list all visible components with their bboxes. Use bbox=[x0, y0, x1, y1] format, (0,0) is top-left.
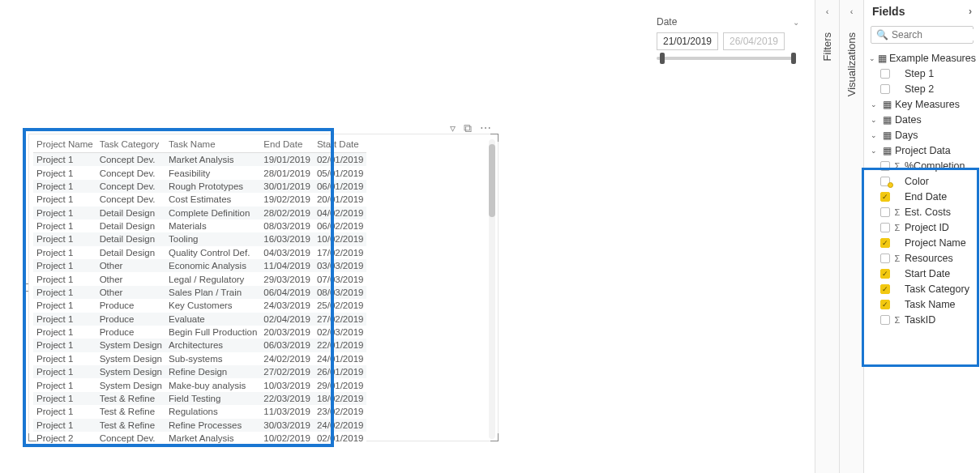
field-checkbox[interactable] bbox=[880, 84, 890, 94]
table-row[interactable]: Project 1Concept Dev.Cost Estimates19/02… bbox=[33, 193, 366, 206]
field-checkbox[interactable]: ✓ bbox=[880, 284, 890, 294]
field-checkbox[interactable]: ✓ bbox=[880, 269, 890, 279]
field--completion[interactable]: Σ%Completion bbox=[867, 158, 977, 173]
date-slider[interactable] bbox=[657, 57, 794, 60]
field-color[interactable]: Color bbox=[867, 173, 977, 189]
field-start-date[interactable]: ✓Start Date bbox=[867, 266, 977, 281]
field-table-key-measures[interactable]: ⌄▦Key Measures bbox=[867, 96, 977, 112]
table-cell: Other bbox=[96, 272, 165, 285]
field-checkbox[interactable] bbox=[880, 207, 890, 217]
chevron-right-icon[interactable]: › bbox=[969, 6, 972, 17]
field-checkbox[interactable] bbox=[880, 254, 890, 263]
field-checkbox[interactable]: ✓ bbox=[880, 238, 890, 248]
field-step-2[interactable]: Step 2 bbox=[867, 81, 977, 96]
table-cell: 06/03/2019 bbox=[260, 339, 314, 352]
field-table-days[interactable]: ⌄▦Days bbox=[867, 127, 977, 143]
table-cell: 08/03/2019 bbox=[314, 286, 367, 299]
field-label: Step 2 bbox=[905, 83, 934, 95]
table-row[interactable]: Project 1Concept Dev.Feasibility28/01/20… bbox=[33, 166, 366, 179]
data-table[interactable]: Project NameTask CategoryTask NameEnd Da… bbox=[33, 134, 366, 445]
field-checkbox[interactable] bbox=[880, 69, 890, 79]
visualizations-pane-collapsed[interactable]: ‹ Visualizations bbox=[839, 0, 863, 473]
chevron-left-icon[interactable]: ‹ bbox=[850, 6, 854, 16]
field-table-example-measures[interactable]: ⌄▦Example Measures bbox=[867, 50, 977, 66]
table-cell: 27/02/2019 bbox=[314, 313, 367, 326]
fields-search[interactable]: 🔍 bbox=[871, 26, 974, 44]
field-checkbox[interactable] bbox=[880, 315, 890, 325]
chevron-left-icon[interactable]: ‹ bbox=[826, 6, 829, 16]
date-slider-thumb-end[interactable] bbox=[791, 53, 796, 64]
table-cell: Project 1 bbox=[33, 313, 96, 326]
table-row[interactable]: Project 1Detail DesignTooling16/03/20191… bbox=[33, 232, 366, 245]
date-end-input[interactable]: 26/04/2019 bbox=[723, 32, 785, 50]
field-checkbox[interactable] bbox=[880, 223, 890, 232]
field-checkbox[interactable]: ✓ bbox=[880, 300, 890, 309]
table-row[interactable]: Project 1ProduceBegin Full Production20/… bbox=[33, 326, 366, 339]
table-row[interactable]: Project 1OtherEconomic Analysis11/04/201… bbox=[33, 259, 366, 272]
table-cell: 04/03/2019 bbox=[260, 246, 314, 259]
table-cell: Quality Control Def. bbox=[165, 246, 260, 259]
table-row[interactable]: Project 2Concept Dev.Market Analysis10/0… bbox=[33, 432, 366, 445]
table-row[interactable]: Project 1Detail DesignComplete Definitio… bbox=[33, 207, 366, 219]
table-cell: 03/03/2019 bbox=[314, 259, 367, 272]
table-cell: 02/03/2019 bbox=[314, 326, 367, 339]
date-slider-thumb-start[interactable] bbox=[660, 53, 665, 64]
table-cell: Cost Estimates bbox=[165, 193, 260, 206]
table-header-cell[interactable]: Start Date bbox=[314, 134, 367, 153]
field-project-name[interactable]: ✓Project Name bbox=[867, 235, 977, 250]
field-label: Task Name bbox=[905, 299, 956, 310]
field-table-dates[interactable]: ⌄▦Dates bbox=[867, 112, 977, 127]
fields-search-input[interactable] bbox=[892, 29, 980, 40]
field-table-project-data[interactable]: ⌄▦Project Data bbox=[867, 143, 977, 158]
table-row[interactable]: Project 1Test & RefineRegulations11/03/2… bbox=[33, 405, 366, 418]
table-header-cell[interactable]: End Date bbox=[260, 134, 314, 153]
field-label: Step 1 bbox=[905, 68, 934, 79]
table-scrollbar[interactable] bbox=[489, 139, 495, 439]
date-slicer[interactable]: Date ⌄ 21/01/2019 26/04/2019 bbox=[657, 16, 794, 60]
table-header-cell[interactable]: Project Name bbox=[33, 134, 96, 153]
table-scrollbar-thumb[interactable] bbox=[489, 144, 495, 217]
field-step-1[interactable]: Step 1 bbox=[867, 66, 977, 81]
table-row[interactable]: Project 1Concept Dev.Market Analysis19/0… bbox=[33, 153, 366, 167]
field-end-date[interactable]: ✓End Date bbox=[867, 189, 977, 204]
field-checkbox[interactable] bbox=[880, 161, 890, 171]
table-row[interactable]: Project 1OtherLegal / Regulatory29/03/20… bbox=[33, 272, 366, 285]
field-project-id[interactable]: ΣProject ID bbox=[867, 219, 977, 235]
table-cell: 02/04/2019 bbox=[260, 313, 314, 326]
table-cell: Project 1 bbox=[33, 219, 96, 232]
field-taskid[interactable]: ΣTaskID bbox=[867, 312, 977, 327]
table-row[interactable]: Project 1System DesignSub-systems24/02/2… bbox=[33, 352, 366, 365]
sigma-icon: Σ bbox=[892, 207, 902, 217]
table-row[interactable]: Project 1ProduceKey Customers24/03/20192… bbox=[33, 299, 366, 312]
table-cell: Other bbox=[96, 286, 165, 299]
table-visual[interactable]: Project NameTask CategoryTask NameEnd Da… bbox=[28, 134, 499, 441]
table-row[interactable]: Project 1Test & RefineField Testing22/03… bbox=[33, 392, 366, 405]
field-checkbox[interactable]: ✓ bbox=[880, 192, 890, 202]
table-row[interactable]: Project 1System DesignArchitectures06/03… bbox=[33, 339, 366, 352]
sigma-icon: Σ bbox=[892, 315, 902, 325]
table-cell: Materials bbox=[165, 219, 260, 232]
field-task-category[interactable]: ✓Task Category bbox=[867, 281, 977, 296]
table-row[interactable]: Project 1System DesignRefine Design27/02… bbox=[33, 365, 366, 378]
field-task-name[interactable]: ✓Task Name bbox=[867, 296, 977, 312]
field-est-costs[interactable]: ΣEst. Costs bbox=[867, 204, 977, 219]
table-header-cell[interactable]: Task Name bbox=[165, 134, 260, 153]
table-row[interactable]: Project 1Detail DesignQuality Control De… bbox=[33, 246, 366, 259]
date-slicer-label: Date bbox=[657, 16, 794, 28]
measure-table-icon: ▦ bbox=[878, 53, 887, 64]
table-row[interactable]: Project 1Detail DesignMaterials08/03/201… bbox=[33, 219, 366, 232]
table-row[interactable]: Project 1System DesignMake-buy analysis1… bbox=[33, 378, 366, 391]
table-header-cell[interactable]: Task Category bbox=[96, 134, 165, 153]
table-row[interactable]: Project 1Concept Dev.Rough Prototypes30/… bbox=[33, 180, 366, 193]
chevron-down-icon[interactable]: ⌄ bbox=[793, 18, 799, 27]
table-row[interactable]: Project 1Test & RefineRefine Processes30… bbox=[33, 419, 366, 432]
date-start-input[interactable]: 21/01/2019 bbox=[657, 32, 718, 50]
field-label: Color bbox=[905, 176, 929, 187]
visual-resize-handle-bl[interactable] bbox=[28, 433, 36, 441]
table-row[interactable]: Project 1OtherSales Plan / Train06/04/20… bbox=[33, 286, 366, 299]
table-row[interactable]: Project 1ProduceEvaluate02/04/201927/02/… bbox=[33, 313, 366, 326]
table-icon: ▦ bbox=[881, 145, 892, 156]
field-resources[interactable]: ΣResources bbox=[867, 250, 977, 266]
table-cell: 16/03/2019 bbox=[260, 232, 314, 245]
filters-pane-collapsed[interactable]: ‹ Filters bbox=[815, 0, 839, 473]
